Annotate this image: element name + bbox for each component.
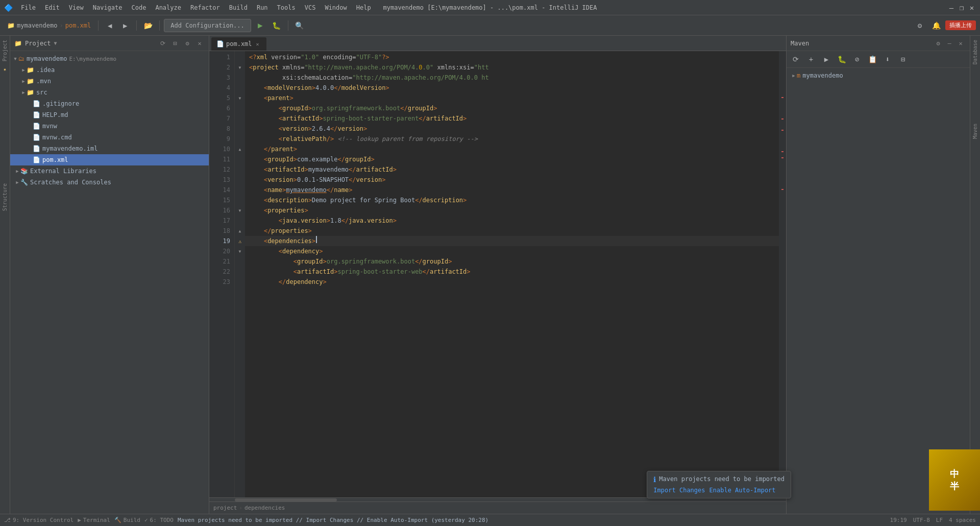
- project-label: 📁 mymavendemo › pom.xml: [4, 22, 94, 29]
- l17-indent: [249, 216, 279, 226]
- tree-src-item[interactable]: ▶ 📁 src: [10, 87, 209, 98]
- menu-build[interactable]: Build: [225, 3, 252, 12]
- code-line-5: <parent>: [245, 93, 779, 103]
- encoding-selector[interactable]: UTF-8: [913, 517, 930, 523]
- maven-generate-button[interactable]: 📋: [865, 52, 879, 66]
- maven-download-button[interactable]: ⬇: [880, 52, 895, 66]
- gutter-2[interactable]: ▼: [235, 62, 245, 73]
- maven-skip-test-button[interactable]: ⊘: [850, 52, 864, 66]
- maven-add-button[interactable]: +: [804, 52, 818, 66]
- editor-breadcrumb: project › dependencies: [209, 501, 786, 514]
- indent-selector[interactable]: 4 spaces: [949, 517, 976, 523]
- src-arrow[interactable]: ▶: [20, 89, 27, 95]
- project-structure-button[interactable]: 📂: [141, 18, 155, 33]
- root-expand-arrow[interactable]: ▼: [12, 56, 18, 62]
- maven-settings-button[interactable]: ⚙: [933, 38, 943, 49]
- menu-vcs[interactable]: VCS: [301, 3, 320, 12]
- structure-tool-button[interactable]: Structure: [1, 181, 9, 213]
- scrollbar-thumb[interactable]: [235, 498, 337, 501]
- maven-run-button[interactable]: ▶: [819, 52, 834, 66]
- notifications-button[interactable]: 🔔: [929, 18, 943, 33]
- tree-scratches-item[interactable]: ▶ 🔧 Scratches and Consoles: [10, 177, 209, 188]
- tree-root-item[interactable]: ▼ 🗂 mymavendemo E:\mymavendemo: [10, 53, 209, 64]
- tree-pomxml-item[interactable]: ▶ 📄 pom.xml: [10, 154, 209, 165]
- settings-button[interactable]: ⚙: [913, 18, 927, 33]
- code-line-13: <version>0.0.1-SNAPSHOT</version>: [245, 175, 779, 185]
- tree-gitignore-item[interactable]: ▶ 📄 .gitignore: [10, 98, 209, 109]
- l13-text: 0.0.1-SNAPSHOT: [297, 175, 349, 185]
- panel-settings-button[interactable]: ⚙: [182, 38, 192, 49]
- l19-open: <: [264, 236, 267, 246]
- tree-mvnw-item[interactable]: ▶ 📄 mvnw: [10, 121, 209, 132]
- tree-mvn-item[interactable]: ▶ 📁 .mvn: [10, 76, 209, 87]
- tree-helpmd-item[interactable]: ▶ 📄 HELP.md: [10, 109, 209, 121]
- maven-debug-run-button[interactable]: 🐛: [835, 52, 849, 66]
- menu-file[interactable]: File: [17, 3, 40, 12]
- menu-view[interactable]: View: [65, 3, 88, 12]
- maven-minimize-button[interactable]: —: [944, 38, 954, 49]
- gutter-20[interactable]: ▼: [235, 246, 245, 256]
- enable-auto-import-button[interactable]: Enable Auto-Import: [709, 487, 776, 494]
- collapse-all-button[interactable]: ⊟: [170, 38, 180, 49]
- line-separator[interactable]: LF: [936, 517, 943, 523]
- maven-close-button[interactable]: ✕: [955, 38, 966, 49]
- menu-window[interactable]: Window: [321, 3, 351, 12]
- version-control-button[interactable]: ⎇ 9: Version Control: [4, 517, 74, 523]
- build-button[interactable]: 🔨 Build: [114, 517, 140, 523]
- favorites-tool-button[interactable]: ★: [1, 65, 9, 75]
- menu-help[interactable]: Help: [352, 3, 375, 12]
- debug-button[interactable]: 🐛: [270, 18, 284, 33]
- idea-arrow[interactable]: ▶: [20, 67, 27, 73]
- tree-mvnwcmd-item[interactable]: ▶ 📄 mvnw.cmd: [10, 132, 209, 143]
- breadcrumb-project[interactable]: project: [213, 505, 237, 511]
- add-configuration-button[interactable]: Add Configuration...: [164, 19, 251, 32]
- pomxml-label: pom.xml: [42, 156, 68, 163]
- back-button[interactable]: ◀: [103, 18, 117, 33]
- import-changes-button[interactable]: Import Changes: [653, 487, 705, 494]
- minimize-button[interactable]: —: [947, 4, 955, 12]
- maven-project-arrow[interactable]: ▶: [791, 73, 797, 79]
- avatar-area: 中 半: [929, 449, 980, 511]
- breadcrumb-dependencies[interactable]: dependencies: [244, 505, 285, 511]
- sync-button[interactable]: ⟳: [158, 38, 168, 49]
- tab-close-button[interactable]: ✕: [254, 40, 261, 47]
- gutter-5[interactable]: ▼: [235, 93, 245, 103]
- tree-iml-item[interactable]: ▶ 📄 mymavendemo.iml: [10, 143, 209, 154]
- menu-run[interactable]: Run: [253, 3, 272, 12]
- menu-navigate[interactable]: Navigate: [89, 3, 127, 12]
- gutter-10[interactable]: ▲: [235, 144, 245, 154]
- terminal-button[interactable]: ▶ Terminal: [78, 517, 110, 523]
- search-everywhere-button[interactable]: 🔍: [292, 18, 307, 33]
- database-tool-button[interactable]: Database: [971, 38, 979, 66]
- mvn-arrow[interactable]: ▶: [20, 78, 27, 84]
- run-button[interactable]: ▶: [253, 18, 267, 33]
- maven-project-item[interactable]: ▶ m mymavendemo: [787, 70, 970, 81]
- maven-refresh-button[interactable]: ⟳: [789, 52, 803, 66]
- maven-collapse-button[interactable]: ⊟: [896, 52, 910, 66]
- scratches-label: Scratches and Consoles: [30, 179, 111, 186]
- menu-refactor[interactable]: Refactor: [186, 3, 224, 12]
- todo-button[interactable]: ✓ 6: TODO: [144, 517, 174, 523]
- gutter-19[interactable]: ⚠: [235, 236, 245, 246]
- editor-tab-pomxml[interactable]: 📄 pom.xml ✕: [211, 37, 266, 51]
- tree-idea-item[interactable]: ▶ 📁 .idea: [10, 64, 209, 76]
- gutter-18[interactable]: ▲: [235, 226, 245, 236]
- menu-edit[interactable]: Edit: [41, 3, 64, 12]
- l13-eopen: </: [349, 175, 356, 185]
- menu-tools[interactable]: Tools: [273, 3, 300, 12]
- maven-tool-button[interactable]: Maven: [971, 122, 979, 141]
- project-tool-button[interactable]: Project: [1, 38, 9, 63]
- close-button[interactable]: ✕: [968, 4, 976, 12]
- extlibs-arrow[interactable]: ▶: [14, 168, 20, 174]
- cursor-position[interactable]: 19:19: [890, 517, 907, 523]
- csdn-button[interactable]: 插播上传: [945, 20, 976, 30]
- menu-code[interactable]: Code: [128, 3, 151, 12]
- maximize-button[interactable]: ❐: [958, 4, 966, 12]
- gutter-16[interactable]: ▼: [235, 205, 245, 216]
- forward-button[interactable]: ▶: [118, 18, 132, 33]
- code-content[interactable]: <?xml version="1.0" encoding="UTF-8"?> <…: [245, 51, 779, 497]
- tree-extlibs-item[interactable]: ▶ 📚 External Libraries: [10, 165, 209, 177]
- close-panel-button[interactable]: ✕: [194, 38, 205, 49]
- menu-analyze[interactable]: Analyze: [151, 3, 185, 12]
- scratches-arrow[interactable]: ▶: [14, 179, 20, 185]
